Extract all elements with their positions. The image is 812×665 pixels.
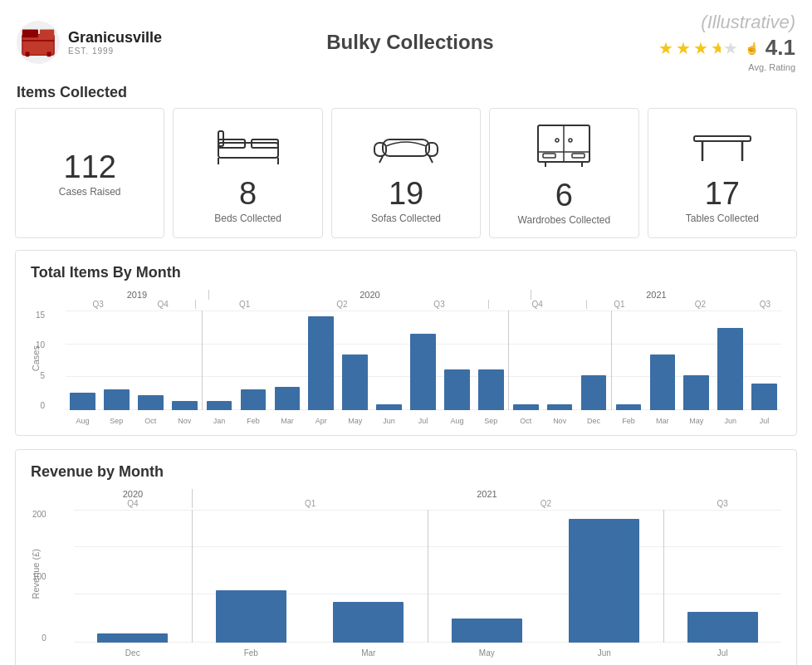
wardrobes-num: 6 xyxy=(555,179,573,211)
bar-9 xyxy=(376,404,402,410)
q3-2020: Q3 xyxy=(390,300,488,309)
bar-7 xyxy=(308,316,334,410)
bar-label-1: Sep xyxy=(100,417,134,425)
bar-19 xyxy=(717,328,743,410)
bar-label-12: Sep xyxy=(474,417,508,425)
svg-rect-3 xyxy=(26,51,30,56)
bar-label-15: Dec xyxy=(577,417,611,425)
bar-10 xyxy=(410,334,436,410)
bar-label-6: Mar xyxy=(270,417,304,425)
rev-q2: Q2 xyxy=(428,499,664,508)
rev-bar-group-1: Feb xyxy=(193,510,311,643)
star-3: ★ xyxy=(693,38,708,58)
bar-group-Dec-15: Dec xyxy=(577,310,612,410)
sofa-icon xyxy=(373,125,439,173)
bar-label-16: Feb xyxy=(612,417,646,425)
rev-year-2020: 2020 xyxy=(74,489,193,499)
revenue-chart-title: Revenue by Month xyxy=(31,463,781,481)
bar-label-4: Jan xyxy=(203,417,237,425)
rev-bar-group-5: Jul xyxy=(664,510,782,643)
rev-bar-group-4: Jun xyxy=(545,510,664,643)
rev-bar-group-2: Mar xyxy=(310,510,428,643)
bar-5 xyxy=(241,389,267,410)
bar-group-Jul-10: Jul xyxy=(406,310,440,410)
bar-group-Mar-17: Mar xyxy=(645,310,679,410)
rev-ytick-200: 200 xyxy=(32,510,46,519)
star-1: ★ xyxy=(658,38,673,58)
revenue-chart-section: Revenue by Month Revenue (£) 2020 2021 Q… xyxy=(15,449,797,665)
q4-2020: Q4 xyxy=(489,300,587,309)
star-rating: ★ ★ ★ ★ ★ xyxy=(658,38,738,58)
bar-group-Oct-2: Oct xyxy=(134,310,168,410)
rev-bar-label-3: May xyxy=(428,648,546,658)
bar-group-Sep-12: Sep xyxy=(474,310,509,410)
svg-rect-4 xyxy=(47,51,51,56)
monthly-chart-title: Total Items By Month xyxy=(31,264,781,281)
bar-label-2: Oct xyxy=(134,417,168,425)
rev-bar-2 xyxy=(333,602,404,643)
bar-group-Nov-3: Nov xyxy=(168,310,203,410)
logo-area: Granicusville EST. 1999 xyxy=(17,21,162,64)
q2-2021: Q2 xyxy=(652,300,749,309)
rev-q4: Q4 xyxy=(74,499,193,508)
sofas-label: Sofas Collected xyxy=(371,213,441,224)
bar-group-Aug-0: Aug xyxy=(66,310,100,410)
logo-text: Granicusville EST. 1999 xyxy=(68,29,162,56)
sofas-num: 19 xyxy=(389,178,423,209)
bar-group-Feb-16: Feb xyxy=(612,310,646,410)
bar-label-19: Jun xyxy=(713,417,747,425)
bar-group-Oct-13: Oct xyxy=(509,310,543,410)
bar-label-5: Feb xyxy=(237,417,271,425)
svg-point-20 xyxy=(555,139,559,142)
bar-group-Jun-9: Jun xyxy=(372,310,406,410)
bar-label-9: Jun xyxy=(372,417,406,425)
bed-icon xyxy=(215,125,281,173)
rev-ytick-100: 100 xyxy=(32,572,46,581)
illustrative-label: (Illustrative) xyxy=(701,12,795,33)
beds-label: Beds Collected xyxy=(214,213,281,224)
bar-label-17: Mar xyxy=(645,417,679,425)
year-2020: 2020 xyxy=(209,290,531,300)
cases-raised-num: 112 xyxy=(64,151,116,183)
svg-rect-23 xyxy=(572,154,585,158)
bar-0 xyxy=(70,393,95,410)
bar-label-11: Aug xyxy=(440,417,474,425)
page-header: Granicusville EST. 1999 Bulky Collection… xyxy=(0,0,812,79)
svg-point-21 xyxy=(569,139,572,142)
bar-label-8: May xyxy=(338,417,372,425)
tables-card: 17 Tables Collected xyxy=(648,108,797,238)
svg-rect-13 xyxy=(374,143,386,156)
bar-2 xyxy=(138,395,164,410)
bar-4 xyxy=(207,401,232,410)
svg-line-16 xyxy=(429,156,433,163)
avg-rating-label: Avg. Rating xyxy=(748,62,795,72)
q1-2020: Q1 xyxy=(196,300,293,309)
year-2019: 2019 xyxy=(66,290,209,300)
table-icon xyxy=(689,125,756,173)
bar-11 xyxy=(444,369,470,410)
page-title: Bulky Collections xyxy=(326,31,493,54)
bar-label-13: Oct xyxy=(509,417,543,425)
rev-q3: Q3 xyxy=(663,499,781,508)
wardrobes-label: Wardrobes Collected xyxy=(518,214,611,226)
q1-2021: Q1 xyxy=(587,300,652,309)
bar-group-Mar-6: Mar xyxy=(270,310,304,410)
bar-14 xyxy=(547,404,573,410)
rev-bar-label-4: Jun xyxy=(545,648,663,658)
beds-card: 8 Beds Collected xyxy=(173,108,322,238)
rev-bar-1 xyxy=(216,590,286,643)
ytick-0: 0 xyxy=(41,401,46,410)
bar-label-20: Jul xyxy=(747,417,781,425)
bar-group-Jan-4: Jan xyxy=(203,310,237,410)
bar-13 xyxy=(513,404,539,410)
bar-12 xyxy=(478,369,504,410)
rating-number: 4.1 xyxy=(766,35,795,61)
rev-bar-3 xyxy=(452,619,522,643)
q2-2020: Q2 xyxy=(293,300,390,309)
wardrobes-card: 6 Wardrobes Collected xyxy=(489,108,638,238)
tables-label: Tables Collected xyxy=(686,213,759,224)
logo-est: EST. 1999 xyxy=(68,46,162,56)
bar-label-3: Nov xyxy=(168,417,202,425)
rev-bar-4 xyxy=(569,519,639,643)
bar-8 xyxy=(342,355,368,410)
